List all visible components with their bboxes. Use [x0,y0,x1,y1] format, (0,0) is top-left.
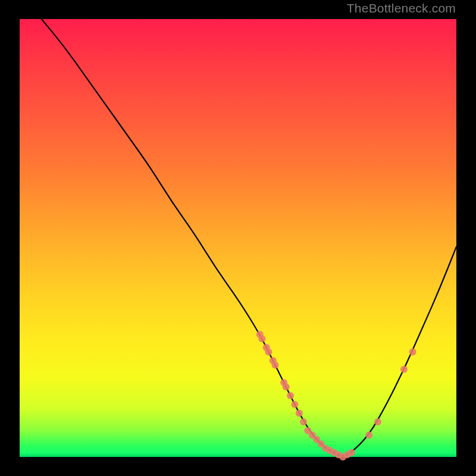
bottleneck-curve [42,19,456,456]
highlighted-point [258,335,265,342]
highlighted-points-group [256,331,416,461]
attribution-label: TheBottleneck.com [347,1,456,15]
highlighted-point [291,401,298,408]
highlighted-point [300,418,307,425]
highlighted-point [348,449,355,456]
highlighted-point [400,366,408,373]
bottleneck-curve-svg [20,19,456,457]
highlighted-point [374,418,381,425]
highlighted-point [265,348,272,355]
highlighted-point [409,348,416,355]
highlighted-point [365,431,372,439]
highlighted-point [271,361,278,368]
highlighted-point [283,383,290,390]
plot-area [20,19,456,457]
highlighted-point [287,392,294,399]
highlighted-point [296,409,303,416]
chart-frame: TheBottleneck.com [0,0,476,476]
